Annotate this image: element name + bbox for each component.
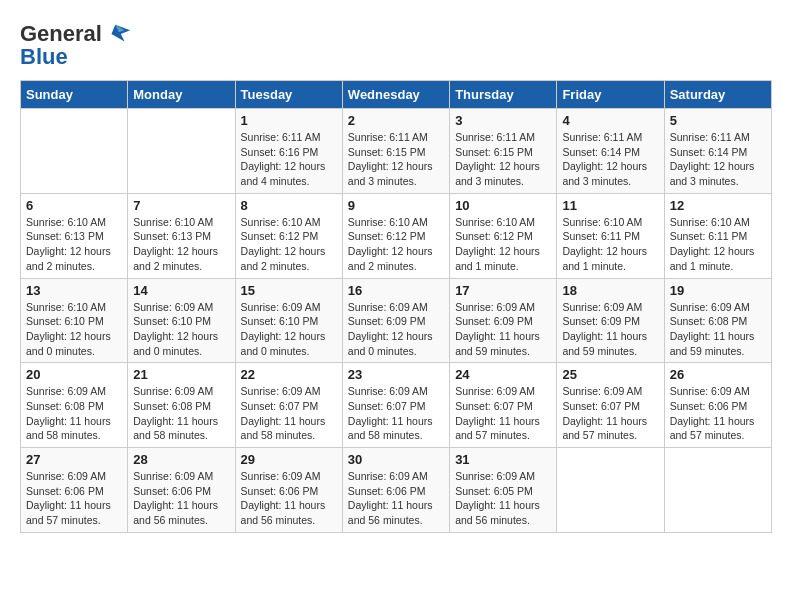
week-row-5: 27Sunrise: 6:09 AM Sunset: 6:06 PM Dayli… bbox=[21, 448, 772, 533]
calendar-cell: 31Sunrise: 6:09 AM Sunset: 6:05 PM Dayli… bbox=[450, 448, 557, 533]
day-info: Sunrise: 6:10 AM Sunset: 6:12 PM Dayligh… bbox=[348, 215, 444, 274]
logo: General Blue bbox=[20, 20, 132, 70]
calendar-cell: 3Sunrise: 6:11 AM Sunset: 6:15 PM Daylig… bbox=[450, 109, 557, 194]
day-number: 20 bbox=[26, 367, 122, 382]
day-info: Sunrise: 6:11 AM Sunset: 6:16 PM Dayligh… bbox=[241, 130, 337, 189]
day-info: Sunrise: 6:09 AM Sunset: 6:07 PM Dayligh… bbox=[241, 384, 337, 443]
day-number: 4 bbox=[562, 113, 658, 128]
calendar-cell: 11Sunrise: 6:10 AM Sunset: 6:11 PM Dayli… bbox=[557, 193, 664, 278]
day-info: Sunrise: 6:09 AM Sunset: 6:09 PM Dayligh… bbox=[348, 300, 444, 359]
day-number: 18 bbox=[562, 283, 658, 298]
week-row-3: 13Sunrise: 6:10 AM Sunset: 6:10 PM Dayli… bbox=[21, 278, 772, 363]
day-number: 19 bbox=[670, 283, 766, 298]
day-number: 7 bbox=[133, 198, 229, 213]
calendar-cell: 28Sunrise: 6:09 AM Sunset: 6:06 PM Dayli… bbox=[128, 448, 235, 533]
calendar-cell: 25Sunrise: 6:09 AM Sunset: 6:07 PM Dayli… bbox=[557, 363, 664, 448]
day-info: Sunrise: 6:10 AM Sunset: 6:12 PM Dayligh… bbox=[241, 215, 337, 274]
calendar-table: SundayMondayTuesdayWednesdayThursdayFrid… bbox=[20, 80, 772, 533]
calendar-cell bbox=[21, 109, 128, 194]
calendar-cell bbox=[557, 448, 664, 533]
calendar-cell: 15Sunrise: 6:09 AM Sunset: 6:10 PM Dayli… bbox=[235, 278, 342, 363]
day-info: Sunrise: 6:10 AM Sunset: 6:13 PM Dayligh… bbox=[26, 215, 122, 274]
week-row-1: 1Sunrise: 6:11 AM Sunset: 6:16 PM Daylig… bbox=[21, 109, 772, 194]
calendar-cell: 5Sunrise: 6:11 AM Sunset: 6:14 PM Daylig… bbox=[664, 109, 771, 194]
day-number: 15 bbox=[241, 283, 337, 298]
day-number: 27 bbox=[26, 452, 122, 467]
day-info: Sunrise: 6:10 AM Sunset: 6:12 PM Dayligh… bbox=[455, 215, 551, 274]
day-info: Sunrise: 6:10 AM Sunset: 6:10 PM Dayligh… bbox=[26, 300, 122, 359]
day-info: Sunrise: 6:09 AM Sunset: 6:07 PM Dayligh… bbox=[562, 384, 658, 443]
day-number: 28 bbox=[133, 452, 229, 467]
day-number: 3 bbox=[455, 113, 551, 128]
day-number: 11 bbox=[562, 198, 658, 213]
day-info: Sunrise: 6:09 AM Sunset: 6:06 PM Dayligh… bbox=[241, 469, 337, 528]
logo-bird-icon bbox=[104, 20, 132, 48]
calendar-cell bbox=[664, 448, 771, 533]
day-number: 13 bbox=[26, 283, 122, 298]
calendar-cell: 4Sunrise: 6:11 AM Sunset: 6:14 PM Daylig… bbox=[557, 109, 664, 194]
weekday-header-row: SundayMondayTuesdayWednesdayThursdayFrid… bbox=[21, 81, 772, 109]
day-info: Sunrise: 6:09 AM Sunset: 6:06 PM Dayligh… bbox=[133, 469, 229, 528]
day-number: 1 bbox=[241, 113, 337, 128]
calendar-cell: 20Sunrise: 6:09 AM Sunset: 6:08 PM Dayli… bbox=[21, 363, 128, 448]
day-info: Sunrise: 6:09 AM Sunset: 6:06 PM Dayligh… bbox=[26, 469, 122, 528]
day-number: 5 bbox=[670, 113, 766, 128]
calendar-cell: 30Sunrise: 6:09 AM Sunset: 6:06 PM Dayli… bbox=[342, 448, 449, 533]
calendar-cell: 27Sunrise: 6:09 AM Sunset: 6:06 PM Dayli… bbox=[21, 448, 128, 533]
day-info: Sunrise: 6:09 AM Sunset: 6:07 PM Dayligh… bbox=[348, 384, 444, 443]
calendar-cell: 18Sunrise: 6:09 AM Sunset: 6:09 PM Dayli… bbox=[557, 278, 664, 363]
day-number: 6 bbox=[26, 198, 122, 213]
day-info: Sunrise: 6:09 AM Sunset: 6:09 PM Dayligh… bbox=[455, 300, 551, 359]
week-row-2: 6Sunrise: 6:10 AM Sunset: 6:13 PM Daylig… bbox=[21, 193, 772, 278]
calendar-cell bbox=[128, 109, 235, 194]
page-header: General Blue bbox=[20, 20, 772, 70]
day-info: Sunrise: 6:09 AM Sunset: 6:09 PM Dayligh… bbox=[562, 300, 658, 359]
week-row-4: 20Sunrise: 6:09 AM Sunset: 6:08 PM Dayli… bbox=[21, 363, 772, 448]
weekday-header-sunday: Sunday bbox=[21, 81, 128, 109]
day-number: 9 bbox=[348, 198, 444, 213]
calendar-cell: 16Sunrise: 6:09 AM Sunset: 6:09 PM Dayli… bbox=[342, 278, 449, 363]
day-info: Sunrise: 6:09 AM Sunset: 6:08 PM Dayligh… bbox=[670, 300, 766, 359]
calendar-cell: 23Sunrise: 6:09 AM Sunset: 6:07 PM Dayli… bbox=[342, 363, 449, 448]
calendar-cell: 12Sunrise: 6:10 AM Sunset: 6:11 PM Dayli… bbox=[664, 193, 771, 278]
calendar-cell: 19Sunrise: 6:09 AM Sunset: 6:08 PM Dayli… bbox=[664, 278, 771, 363]
day-number: 25 bbox=[562, 367, 658, 382]
weekday-header-wednesday: Wednesday bbox=[342, 81, 449, 109]
day-number: 31 bbox=[455, 452, 551, 467]
day-number: 17 bbox=[455, 283, 551, 298]
calendar-cell: 13Sunrise: 6:10 AM Sunset: 6:10 PM Dayli… bbox=[21, 278, 128, 363]
day-number: 10 bbox=[455, 198, 551, 213]
calendar-cell: 22Sunrise: 6:09 AM Sunset: 6:07 PM Dayli… bbox=[235, 363, 342, 448]
day-number: 21 bbox=[133, 367, 229, 382]
day-number: 29 bbox=[241, 452, 337, 467]
calendar-cell: 14Sunrise: 6:09 AM Sunset: 6:10 PM Dayli… bbox=[128, 278, 235, 363]
day-info: Sunrise: 6:11 AM Sunset: 6:14 PM Dayligh… bbox=[562, 130, 658, 189]
calendar-cell: 24Sunrise: 6:09 AM Sunset: 6:07 PM Dayli… bbox=[450, 363, 557, 448]
day-number: 16 bbox=[348, 283, 444, 298]
day-number: 14 bbox=[133, 283, 229, 298]
day-info: Sunrise: 6:11 AM Sunset: 6:15 PM Dayligh… bbox=[348, 130, 444, 189]
calendar-cell: 2Sunrise: 6:11 AM Sunset: 6:15 PM Daylig… bbox=[342, 109, 449, 194]
day-number: 23 bbox=[348, 367, 444, 382]
calendar-cell: 8Sunrise: 6:10 AM Sunset: 6:12 PM Daylig… bbox=[235, 193, 342, 278]
day-number: 8 bbox=[241, 198, 337, 213]
day-info: Sunrise: 6:09 AM Sunset: 6:06 PM Dayligh… bbox=[670, 384, 766, 443]
calendar-cell: 9Sunrise: 6:10 AM Sunset: 6:12 PM Daylig… bbox=[342, 193, 449, 278]
day-info: Sunrise: 6:11 AM Sunset: 6:14 PM Dayligh… bbox=[670, 130, 766, 189]
day-number: 26 bbox=[670, 367, 766, 382]
day-number: 2 bbox=[348, 113, 444, 128]
calendar-cell: 1Sunrise: 6:11 AM Sunset: 6:16 PM Daylig… bbox=[235, 109, 342, 194]
day-info: Sunrise: 6:09 AM Sunset: 6:05 PM Dayligh… bbox=[455, 469, 551, 528]
weekday-header-saturday: Saturday bbox=[664, 81, 771, 109]
calendar-cell: 10Sunrise: 6:10 AM Sunset: 6:12 PM Dayli… bbox=[450, 193, 557, 278]
day-info: Sunrise: 6:09 AM Sunset: 6:07 PM Dayligh… bbox=[455, 384, 551, 443]
calendar-cell: 21Sunrise: 6:09 AM Sunset: 6:08 PM Dayli… bbox=[128, 363, 235, 448]
day-info: Sunrise: 6:09 AM Sunset: 6:10 PM Dayligh… bbox=[241, 300, 337, 359]
calendar-cell: 17Sunrise: 6:09 AM Sunset: 6:09 PM Dayli… bbox=[450, 278, 557, 363]
day-info: Sunrise: 6:10 AM Sunset: 6:13 PM Dayligh… bbox=[133, 215, 229, 274]
day-number: 22 bbox=[241, 367, 337, 382]
day-info: Sunrise: 6:10 AM Sunset: 6:11 PM Dayligh… bbox=[670, 215, 766, 274]
weekday-header-tuesday: Tuesday bbox=[235, 81, 342, 109]
day-info: Sunrise: 6:09 AM Sunset: 6:08 PM Dayligh… bbox=[133, 384, 229, 443]
day-number: 30 bbox=[348, 452, 444, 467]
